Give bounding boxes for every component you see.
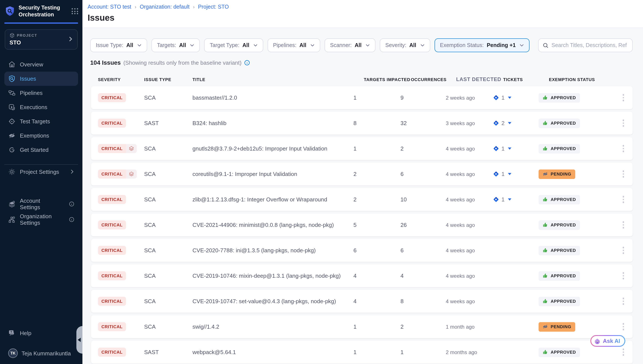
info-icon[interactable] bbox=[69, 217, 74, 222]
sidebar-item-account-settings[interactable]: Account Settings bbox=[4, 197, 78, 211]
info-icon[interactable] bbox=[244, 60, 250, 65]
sto-shield-logo-icon bbox=[4, 6, 16, 17]
jira-ticket[interactable]: 2 bbox=[493, 120, 511, 126]
issue-title[interactable]: B324: hashlib bbox=[193, 120, 227, 126]
sidebar-item-pipelines[interactable]: Pipelines bbox=[4, 86, 78, 100]
targets-impacted: 1 bbox=[353, 324, 400, 330]
issue-title[interactable]: coreutils@9.1-1: Improper Input Validati… bbox=[193, 171, 297, 177]
table-header: SeverityIssue TypeTitleTargets ImpactedO… bbox=[91, 76, 633, 82]
app-title: Security Testing Orchestration bbox=[19, 4, 69, 18]
breadcrumb-project-link[interactable]: Project: STO bbox=[198, 4, 229, 10]
kebab-menu-icon[interactable] bbox=[621, 144, 626, 154]
table-row[interactable]: CRITICAL SCA gnutls28@3.7.9-2+deb12u5: I… bbox=[91, 137, 633, 160]
sidebar-item-test-targets[interactable]: Test Targets bbox=[4, 114, 78, 128]
breadcrumb-organization-link[interactable]: Organization: default bbox=[140, 4, 190, 10]
kebab-menu-icon[interactable] bbox=[621, 118, 626, 128]
kebab-menu-icon[interactable] bbox=[621, 169, 626, 180]
ticket-count: 1 bbox=[501, 94, 504, 101]
filter-targets[interactable]: Targets: All bbox=[151, 38, 200, 52]
targets-impacted: 1 bbox=[353, 94, 400, 101]
filter-severity[interactable]: Severity: All bbox=[380, 38, 430, 52]
issue-type: SCA bbox=[144, 324, 156, 330]
caret-down-icon bbox=[508, 122, 511, 124]
occurrences: 6 bbox=[400, 247, 446, 254]
thumbs-up-icon bbox=[542, 197, 548, 202]
issue-title[interactable]: webpack@5.64.1 bbox=[193, 349, 236, 355]
issue-type: SCA bbox=[144, 196, 156, 203]
issue-type: SAST bbox=[144, 349, 159, 355]
kebab-menu-icon[interactable] bbox=[621, 194, 626, 205]
breadcrumb-account-link[interactable]: Account: STO test bbox=[88, 4, 131, 10]
chevron-down-icon bbox=[137, 43, 141, 48]
filter-exemption-status[interactable]: Exemption Status: Pending +1 bbox=[434, 38, 529, 52]
sidebar-item-get-started[interactable]: Get Started bbox=[4, 142, 78, 157]
sidebar-item-overview[interactable]: Overview bbox=[4, 57, 78, 72]
table-row[interactable]: CRITICAL SCA coreutils@9.1-1: Improper I… bbox=[91, 162, 633, 186]
issue-title[interactable]: CVE-2021-44906: minimist@0.0.8 (lang-pkg… bbox=[193, 222, 334, 228]
sidebar-item-help[interactable]: ? Help bbox=[4, 326, 78, 340]
issue-title[interactable]: CVE-2019-10746: mixin-deep@1.3.1 (lang-p… bbox=[193, 272, 341, 279]
jira-ticket[interactable]: 1 bbox=[493, 145, 511, 152]
issue-title[interactable]: gnutls28@3.7.9-2+deb12u5: Improper Input… bbox=[193, 145, 327, 152]
kebab-menu-icon[interactable] bbox=[621, 347, 626, 358]
exemption-status-badge: APPROVED bbox=[538, 271, 580, 280]
filter-issue-type[interactable]: Issue Type: All bbox=[90, 38, 147, 52]
kebab-menu-icon[interactable] bbox=[621, 271, 626, 281]
ask-ai-button[interactable]: Ask AI bbox=[590, 335, 625, 347]
severity-badge: CRITICAL bbox=[98, 144, 137, 153]
jira-ticket[interactable]: 1 bbox=[493, 171, 511, 177]
table-row[interactable]: CRITICAL SCA CVE-2019-10746: mixin-deep@… bbox=[91, 264, 633, 287]
sidebar-collapse-handle[interactable] bbox=[76, 326, 83, 354]
info-icon[interactable] bbox=[69, 202, 74, 206]
search-box[interactable] bbox=[538, 38, 633, 52]
svg-text:?: ? bbox=[10, 330, 12, 334]
kebab-menu-icon[interactable] bbox=[621, 245, 626, 256]
table-row[interactable]: CRITICAL SAST webpack@5.64.1 1 1 2 month… bbox=[91, 341, 633, 364]
sidebar-item-project-settings[interactable]: Project Settings bbox=[4, 164, 78, 179]
ticket-count: 1 bbox=[501, 171, 504, 177]
table-row[interactable]: CRITICAL SCA CVE-2020-7788: ini@1.3.5 (l… bbox=[91, 239, 633, 262]
chevron-down-icon bbox=[366, 43, 370, 48]
layers-gear-icon bbox=[8, 200, 16, 208]
targets-impacted: 2 bbox=[353, 196, 400, 203]
kebab-menu-icon[interactable] bbox=[621, 322, 626, 332]
exemption-status-badge: APPROVED bbox=[538, 144, 580, 153]
project-selector[interactable]: PROJECT STO bbox=[5, 29, 78, 50]
jira-icon bbox=[493, 145, 499, 152]
sidebar-item-exemptions[interactable]: Exemptions bbox=[4, 128, 78, 142]
issue-title[interactable]: CVE-2019-10747: set-value@0.4.3 (lang-pk… bbox=[193, 298, 336, 304]
user-profile[interactable]: TK Teja Kummarikuntla bbox=[4, 348, 78, 358]
table-row[interactable]: CRITICAL SCA zlib@1:1.2.13.dfsg-1: Integ… bbox=[91, 188, 633, 211]
filter-scanner[interactable]: Scanner: All bbox=[325, 38, 375, 52]
sidebar-item-organization-settings[interactable]: Organization Settings bbox=[4, 212, 78, 227]
table-row[interactable]: CRITICAL SCA swig//1.4.2 1 2 1 month ago… bbox=[91, 315, 633, 338]
search-input[interactable] bbox=[551, 42, 628, 48]
table-row[interactable]: CRITICAL SCA CVE-2021-44906: minimist@0.… bbox=[91, 214, 633, 236]
table-row[interactable]: CRITICAL SCA CVE-2019-10747: set-value@0… bbox=[91, 290, 633, 313]
cube-icon bbox=[10, 32, 15, 38]
kebab-menu-icon[interactable] bbox=[621, 296, 626, 307]
sidebar-item-issues[interactable]: Issues bbox=[4, 72, 78, 86]
table-row[interactable]: CRITICAL SAST B324: hashlib 8 32 3 weeks… bbox=[91, 112, 633, 134]
table-row[interactable]: CRITICAL SCA bassmaster//1.2.0 1 9 2 wee… bbox=[91, 86, 633, 109]
jira-ticket[interactable]: 1 bbox=[493, 94, 511, 101]
sidebar-item-executions[interactable]: Executions bbox=[4, 100, 78, 114]
column-header: Exemption Status bbox=[549, 77, 626, 82]
column-header: Severity bbox=[98, 77, 144, 82]
occurrences: 8 bbox=[400, 298, 446, 304]
exemption-status-badge: APPROVED bbox=[538, 195, 580, 204]
caret-down-icon bbox=[508, 173, 511, 175]
issue-title[interactable]: swig//1.4.2 bbox=[193, 324, 219, 330]
kebab-menu-icon[interactable] bbox=[621, 220, 626, 230]
issue-title[interactable]: CVE-2020-7788: ini@1.3.5 (lang-pkgs, nod… bbox=[193, 247, 316, 254]
last-detected: 4 weeks ago bbox=[446, 222, 493, 228]
chevron-down-icon bbox=[190, 43, 194, 48]
filter-pipelines[interactable]: Pipelines: All bbox=[267, 38, 320, 52]
chevron-right-icon: › bbox=[193, 4, 194, 10]
kebab-menu-icon[interactable] bbox=[621, 92, 626, 103]
filter-target-type[interactable]: Target Type: All bbox=[204, 38, 263, 52]
issue-title[interactable]: bassmaster//1.2.0 bbox=[193, 94, 237, 101]
issue-title[interactable]: zlib@1:1.2.13.dfsg-1: Integer Overflow o… bbox=[193, 196, 327, 203]
jira-ticket[interactable]: 1 bbox=[493, 196, 511, 203]
module-grid-icon[interactable] bbox=[72, 8, 78, 15]
